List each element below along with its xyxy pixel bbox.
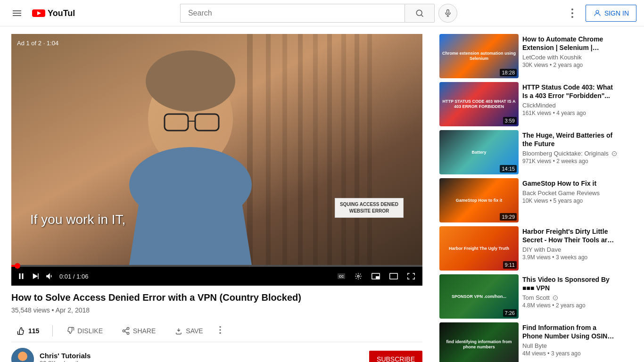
sidebar-channel-name: Back Pocket Game Reviews (522, 189, 618, 197)
sidebar-item[interactable]: Harbor Freight The Ugly Truth 9:11 Harbo… (439, 226, 618, 271)
miniplayer-button[interactable] (370, 271, 382, 281)
svg-rect-8 (447, 9, 449, 13)
sidebar-item[interactable]: HTTP STATUS CODE 403 WHAT IS A 403 ERROR… (439, 82, 618, 126)
svg-point-11 (571, 8, 573, 10)
sidebar-video-title: GameStop How to Fix it (522, 179, 618, 188)
video-duration: 3:59 (503, 117, 517, 124)
search-input[interactable] (180, 4, 405, 23)
sidebar-item[interactable]: SPONSOR VPN .com/hon... 7:26 This Video … (439, 274, 618, 319)
sidebar-video-title: Find Information from a Phone Number Usi… (522, 323, 618, 340)
svg-rect-18 (282, 34, 287, 265)
svg-point-43 (123, 329, 125, 332)
svg-point-6 (416, 10, 422, 16)
video-progress-bar[interactable] (11, 265, 422, 267)
svg-point-47 (219, 326, 221, 328)
svg-line-45 (125, 331, 127, 333)
svg-text:YouTube: YouTube (48, 8, 74, 18)
svg-rect-2 (13, 15, 21, 16)
svg-point-48 (219, 329, 221, 330)
channel-name[interactable]: Chris' Tutorials (40, 352, 363, 360)
volume-button[interactable] (45, 272, 54, 280)
svg-rect-41 (390, 273, 398, 279)
sidebar-channel-name: ClickMinded (522, 102, 618, 109)
svg-point-38 (357, 275, 359, 277)
sidebar: Chrome extension automation using Seleni… (434, 26, 623, 362)
sidebar-item[interactable]: GameStop How to fix it 19:29 GameStop Ho… (439, 178, 618, 222)
share-button[interactable]: SHARE (116, 324, 161, 338)
video-frame (11, 34, 422, 265)
svg-rect-32 (22, 273, 24, 279)
next-button[interactable] (31, 272, 40, 280)
sidebar-thumbnail: HTTP STATUS CODE 403 WHAT IS A 403 ERROR… (439, 82, 519, 126)
svg-line-46 (125, 329, 127, 330)
svg-rect-0 (13, 10, 21, 11)
ad-badge: Ad 1 of 2 · 1:04 (17, 40, 58, 47)
search-button[interactable] (405, 4, 435, 23)
sidebar-thumbnail: Harbor Freight The Ugly Truth 9:11 (439, 226, 519, 271)
like-dislike-divider (52, 325, 53, 337)
sidebar-item[interactable]: find identifying information from phone … (439, 322, 618, 362)
sidebar-thumbnail: Battery 14:15 (439, 130, 519, 174)
more-options-button[interactable] (563, 4, 582, 23)
sidebar-video-meta: 161K views • 4 years ago (522, 110, 618, 116)
svg-rect-1 (13, 13, 21, 14)
channel-info: Chris' Tutorials 89.8K subscribers (40, 352, 363, 362)
youtube-logo[interactable]: YouTube (32, 8, 74, 18)
sidebar-video-title: The Huge, Weird Batteries of the Future (522, 131, 618, 148)
video-duration: 18:28 (500, 69, 517, 76)
svg-text:CC: CC (339, 274, 344, 279)
hamburger-menu[interactable] (8, 4, 26, 23)
video-duration: 7:26 (503, 309, 517, 317)
svg-rect-16 (247, 34, 253, 265)
svg-rect-23 (355, 34, 359, 265)
video-duration: 14:15 (500, 165, 517, 173)
video-duration: 9:11 (503, 261, 517, 269)
svg-rect-20 (313, 34, 318, 265)
theater-mode-button[interactable] (388, 271, 400, 281)
sidebar-thumbnail: Chrome extension automation using Seleni… (439, 34, 519, 78)
video-metadata: 35,548 views • Apr 2, 2018 (11, 306, 422, 314)
channel-avatar[interactable] (11, 348, 34, 362)
sidebar-thumbnail: GameStop How to fix it 19:29 (439, 178, 519, 222)
dislike-button[interactable]: DISLIKE (60, 324, 108, 338)
video-title: How to Solve Access Denied Error with a … (11, 291, 422, 304)
svg-point-14 (596, 10, 599, 13)
subscribe-button[interactable]: SUBSCRIBE (369, 351, 422, 362)
svg-point-12 (571, 12, 573, 14)
sidebar-item[interactable]: Chrome extension automation using Seleni… (439, 34, 618, 78)
like-button[interactable]: 115 (11, 324, 45, 338)
svg-rect-22 (341, 34, 346, 265)
svg-rect-24 (367, 34, 372, 265)
svg-point-30 (129, 147, 252, 222)
svg-line-7 (421, 15, 423, 16)
save-button[interactable]: SAVE (169, 324, 208, 338)
fullscreen-button[interactable] (405, 271, 417, 281)
sign-in-button[interactable]: SIGN IN (586, 5, 636, 22)
svg-point-49 (219, 332, 221, 334)
svg-point-44 (127, 332, 129, 335)
settings-button[interactable] (353, 271, 364, 282)
voice-search-button[interactable] (438, 4, 457, 23)
svg-rect-31 (19, 273, 21, 279)
more-actions-button[interactable] (216, 323, 224, 338)
sidebar-video-meta: 4M views • 3 years ago (522, 350, 618, 357)
sidebar-channel-name: Bloomberg Quicktake: Originals (522, 150, 618, 157)
video-overlay-text: If you work in IT, (30, 212, 125, 227)
svg-rect-19 (298, 34, 303, 265)
sidebar-channel-name: DIY with Dave (522, 246, 618, 253)
search-form[interactable] (180, 4, 435, 23)
sidebar-video-title: Harbor Freight's Dirty Little Secret - H… (522, 227, 618, 244)
play-pause-button[interactable] (17, 272, 25, 280)
svg-point-13 (571, 16, 573, 18)
captions-button[interactable]: CC (336, 272, 347, 281)
sidebar-video-meta: 4.8M views • 2 years ago (522, 302, 618, 309)
time-display: 0:01 / 1:06 (59, 273, 88, 280)
video-duration: 19:29 (500, 213, 517, 221)
svg-marker-33 (33, 273, 38, 279)
sidebar-video-meta: 30K views • 2 years ago (522, 62, 618, 68)
sidebar-thumbnail: find identifying information from phone … (439, 322, 519, 362)
sidebar-channel-name: LetCode with Koushik (522, 54, 618, 61)
svg-rect-40 (376, 276, 380, 279)
sidebar-item[interactable]: Battery 14:15 The Huge, Weird Batteries … (439, 130, 618, 174)
svg-point-42 (127, 327, 129, 329)
